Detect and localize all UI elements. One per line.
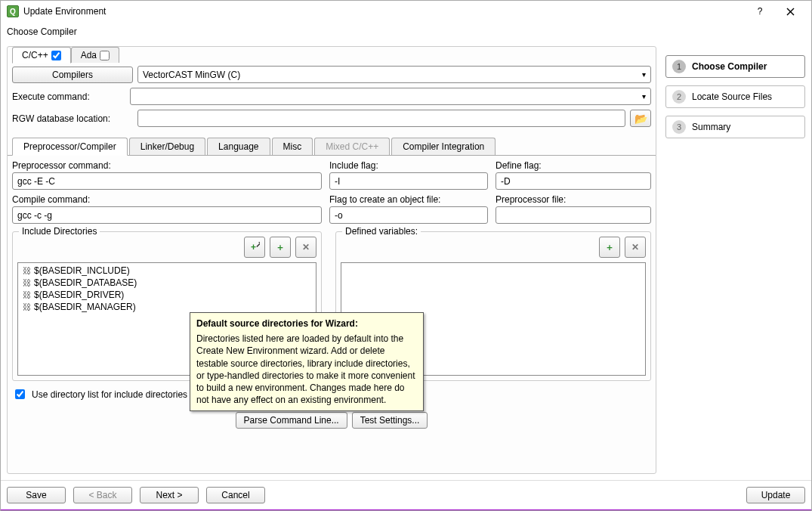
step-choose-compiler[interactable]: 1 Choose Compiler — [665, 55, 805, 78]
add-var-button[interactable]: ＋ — [599, 237, 620, 258]
close-button[interactable] — [775, 1, 805, 22]
remove-dir-button[interactable]: ✕ — [295, 237, 316, 258]
rgw-label: RGW database location: — [12, 113, 133, 124]
include-flag-input[interactable] — [329, 172, 488, 190]
list-item-text: $(BASEDIR_DRIVER) — [34, 290, 124, 300]
language-tabs: C/C++ Ada — [8, 47, 656, 63]
back-button: < Back — [73, 487, 132, 503]
next-button[interactable]: Next > — [140, 487, 199, 503]
list-item-text: $(BASEDIR_DATABASE) — [34, 277, 137, 288]
tooltip-title: Default source directories for Wizard: — [196, 317, 417, 330]
link-icon — [23, 290, 31, 300]
wizard-steps: 1 Choose Compiler 2 Locate Source Files … — [665, 46, 805, 474]
define-flag-input[interactable] — [496, 172, 651, 190]
rgw-browse-button[interactable] — [630, 110, 651, 127]
rgw-input[interactable] — [137, 110, 625, 127]
help-button[interactable]: ? — [745, 1, 775, 22]
list-item-text: $(BASEDIR_MANAGER) — [34, 302, 136, 312]
use-dirlist-label: Use directory list for include directori… — [32, 389, 187, 400]
tab-ada[interactable]: Ada — [71, 47, 119, 63]
compile-cmd-input[interactable] — [12, 206, 322, 224]
link-icon — [23, 277, 31, 288]
define-flag-label: Define flag: — [496, 160, 651, 171]
test-settings-button[interactable]: Test Settings... — [352, 412, 428, 429]
tooltip: Default source directories for Wizard: D… — [190, 312, 424, 411]
link-icon — [23, 302, 31, 312]
step-number: 1 — [672, 60, 686, 73]
close-icon — [786, 8, 795, 16]
add-dir-special-button[interactable]: +↗ — [244, 237, 265, 258]
compilers-button[interactable]: Compilers — [12, 67, 133, 83]
use-dirlist-checkbox[interactable] — [15, 389, 25, 399]
tab-compiler-integration[interactable]: Compiler Integration — [391, 138, 496, 155]
tab-label: Ada — [81, 50, 97, 60]
execute-command-input[interactable] — [130, 88, 651, 105]
compiler-select[interactable]: VectorCAST MinGW (C) — [137, 66, 651, 83]
step-label: Choose Compiler — [692, 61, 767, 72]
execute-command-label: Execute command: — [12, 91, 125, 102]
link-icon — [23, 265, 31, 276]
page-subtitle: Choose Compiler — [1, 22, 811, 46]
tab-ada-checkbox[interactable] — [100, 51, 110, 60]
list-item[interactable]: $(BASEDIR_DRIVER) — [20, 289, 314, 301]
step-locate-source-files[interactable]: 2 Locate Source Files — [665, 85, 805, 108]
objfile-flag-input[interactable] — [329, 206, 488, 224]
list-item[interactable]: $(BASEDIR_INCLUDE) — [20, 265, 314, 277]
window-title: Update Environment — [23, 6, 745, 17]
remove-var-button[interactable]: ✕ — [625, 237, 646, 258]
plus-up-icon: +↗ — [249, 242, 260, 252]
compile-cmd-label: Compile command: — [12, 194, 322, 205]
tab-language[interactable]: Language — [207, 138, 270, 155]
preproc-file-input[interactable] — [496, 206, 651, 224]
compiler-select-value: VectorCAST MinGW (C) — [143, 70, 240, 80]
step-number: 3 — [672, 120, 686, 134]
tab-c-cpp-checkbox[interactable] — [51, 51, 61, 60]
svg-text:↗: ↗ — [255, 242, 260, 249]
sub-tabs: Preprocessor/Compiler Linker/Debug Langu… — [8, 138, 656, 156]
list-item-text: $(BASEDIR_INCLUDE) — [34, 265, 130, 276]
preproc-file-label: Preprocessor file: — [496, 194, 651, 205]
defined-variables-legend: Defined variables: — [342, 226, 421, 237]
tab-misc[interactable]: Misc — [272, 138, 313, 155]
include-flag-label: Include flag: — [329, 160, 488, 171]
app-icon: Q — [7, 5, 19, 17]
tab-label: C/C++ — [22, 50, 48, 60]
include-directories-legend: Include Directories — [19, 226, 100, 237]
titlebar: Q Update Environment ? — [1, 1, 811, 22]
step-label: Locate Source Files — [692, 91, 772, 102]
add-dir-button[interactable]: ＋ — [270, 237, 291, 258]
preproc-cmd-label: Preprocessor command: — [12, 160, 322, 171]
objfile-flag-label: Flag to create an object file: — [329, 194, 488, 205]
list-item[interactable]: $(BASEDIR_DATABASE) — [20, 277, 314, 289]
step-label: Summary — [692, 122, 730, 132]
accent-line — [1, 509, 811, 510]
bottom-bar: Save < Back Next > Cancel Update — [1, 480, 811, 509]
preproc-cmd-input[interactable] — [12, 172, 322, 190]
list-item[interactable]: $(BASEDIR_MANAGER) — [20, 301, 314, 313]
step-summary[interactable]: 3 Summary — [665, 116, 805, 138]
tab-c-cpp[interactable]: C/C++ — [12, 47, 71, 63]
tab-mixed-c-cpp: Mixed C/C++ — [314, 138, 390, 155]
parse-command-line-button[interactable]: Parse Command Line... — [236, 412, 347, 429]
tab-preprocessor-compiler[interactable]: Preprocessor/Compiler — [12, 138, 128, 156]
save-button[interactable]: Save — [7, 487, 66, 503]
cancel-button[interactable]: Cancel — [206, 487, 265, 503]
tab-linker-debug[interactable]: Linker/Debug — [129, 138, 205, 155]
update-button[interactable]: Update — [746, 487, 805, 503]
left-pane: C/C++ Ada Compilers VectorCAST MinGW (C)… — [7, 46, 656, 474]
step-number: 2 — [672, 90, 686, 104]
tooltip-body: Directories listed here are loaded by de… — [196, 333, 415, 405]
